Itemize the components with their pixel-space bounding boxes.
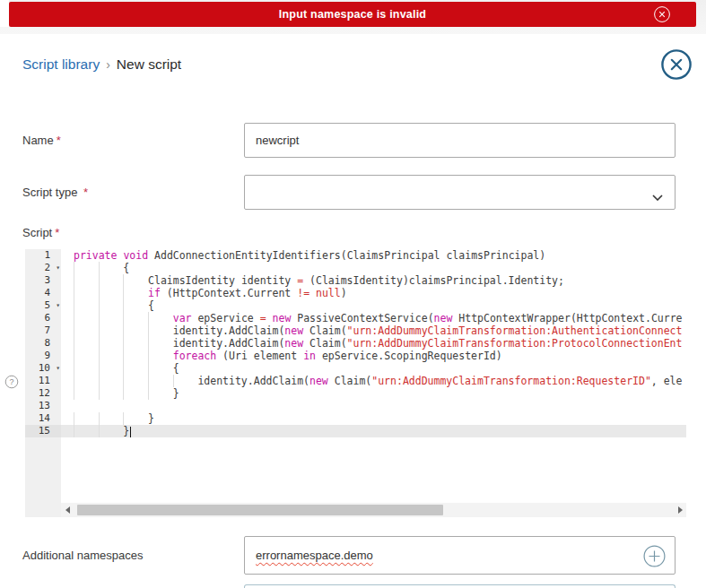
code-line[interactable]: 13 [25, 400, 686, 412]
chevron-down-icon [652, 190, 663, 203]
page-title-row: Script library › New script [22, 47, 706, 82]
editor-empty-area[interactable] [25, 437, 686, 503]
line-number[interactable]: 10▾ [25, 362, 61, 375]
code-line[interactable]: 8identity.AddClaim(new Claim("urn:AddDum… [25, 337, 686, 350]
line-number[interactable]: 4 [25, 287, 61, 299]
required-asterisk: * [57, 134, 61, 147]
code-line[interactable]: 14} [25, 412, 686, 425]
banner-close-icon[interactable] [653, 5, 671, 23]
line-number[interactable]: 13 [25, 400, 61, 412]
error-banner: Input namespace is invalid [9, 2, 696, 27]
additional-namespaces-value: errornamespace.demo [256, 549, 373, 562]
additional-namespaces-row: Additional namespaces errornamespace.dem… [22, 536, 706, 575]
line-number[interactable]: 12 [25, 387, 61, 400]
scrollbar-track[interactable] [61, 503, 686, 517]
code-line[interactable]: 9foreach (Uri element in epService.Scopi… [25, 350, 686, 362]
help-icon[interactable]: ? [4, 375, 19, 389]
script-label: Script* [22, 226, 706, 240]
line-number[interactable]: 1 [25, 249, 61, 262]
code-line[interactable]: 3ClaimsIdentity identity = (ClaimsIdenti… [25, 274, 686, 287]
line-number[interactable]: 2▾ [25, 262, 61, 274]
additional-namespaces-label: Additional namespaces [22, 549, 244, 562]
line-number[interactable]: 14 [25, 412, 61, 425]
scrollbar-thumb[interactable] [77, 505, 443, 515]
page-title: New script [117, 56, 181, 73]
line-number[interactable]: 15 [25, 425, 61, 437]
error-banner-message: Input namespace is invalid [279, 8, 426, 21]
name-row: Name* [22, 123, 706, 158]
svg-text:?: ? [9, 377, 13, 386]
script-type-label: Script type * [22, 186, 244, 199]
horizontal-scrollbar [25, 503, 686, 517]
line-number[interactable]: 6 [25, 312, 61, 324]
next-field-partial-row [22, 584, 706, 588]
line-number[interactable]: 9 [25, 350, 61, 362]
fold-arrow-icon[interactable]: ▾ [56, 299, 60, 312]
code-line[interactable]: 15} [25, 425, 686, 437]
code-line[interactable]: 6var epService = new PassiveContextServi… [25, 312, 686, 324]
scroll-left-icon[interactable] [61, 503, 74, 517]
name-input[interactable] [244, 123, 675, 158]
line-number[interactable]: 5▾ [25, 299, 61, 312]
code-line[interactable]: 10▾{ [25, 362, 686, 375]
code-line[interactable]: 11identity.AddClaim(new Claim("urn:AddDu… [25, 375, 686, 387]
fold-arrow-icon[interactable]: ▾ [56, 362, 60, 375]
breadcrumb-link-script-library[interactable]: Script library [22, 56, 100, 73]
code-line[interactable]: 12} [25, 387, 686, 400]
add-namespace-button[interactable] [643, 545, 666, 567]
line-number[interactable]: 8 [25, 337, 61, 350]
line-number[interactable]: 11 [25, 375, 61, 387]
scroll-right-icon[interactable] [674, 503, 686, 517]
breadcrumb: Script library › New script [22, 56, 181, 73]
line-number[interactable]: 7 [25, 324, 61, 337]
close-icon [660, 48, 693, 81]
fold-arrow-icon[interactable]: ▾ [56, 262, 60, 274]
script-type-select[interactable] [244, 175, 675, 210]
close-button[interactable] [660, 48, 693, 81]
breadcrumb-separator: › [106, 57, 110, 72]
script-type-row: Script type * [22, 175, 706, 210]
name-label: Name* [22, 134, 244, 147]
page-header-strip: Input namespace is invalid [0, 0, 706, 34]
next-field-partial[interactable] [244, 584, 675, 588]
plus-icon [643, 545, 666, 567]
code-lines: 1private void AddConnectionEntityIdentif… [25, 249, 686, 437]
code-line[interactable]: 2▾{ [25, 262, 686, 274]
code-line[interactable]: 5▾{ [25, 299, 686, 312]
code-line[interactable]: 4if (HttpContext.Current != null) [25, 287, 686, 299]
additional-namespaces-input[interactable]: errornamespace.demo [244, 536, 675, 575]
required-asterisk: * [83, 186, 88, 199]
header-left-gap [0, 0, 9, 27]
script-code-editor[interactable]: ? 1private void AddConnectionEntityIdent… [25, 249, 686, 521]
text-cursor [130, 427, 132, 437]
code-line[interactable]: 1private void AddConnectionEntityIdentif… [25, 249, 686, 262]
line-number[interactable]: 3 [25, 274, 61, 287]
code-line[interactable]: 7identity.AddClaim(new Claim("urn:AddDum… [25, 324, 686, 337]
required-asterisk: * [55, 226, 59, 239]
gutter-filler [25, 437, 61, 503]
scrollbar-corner [25, 503, 61, 517]
